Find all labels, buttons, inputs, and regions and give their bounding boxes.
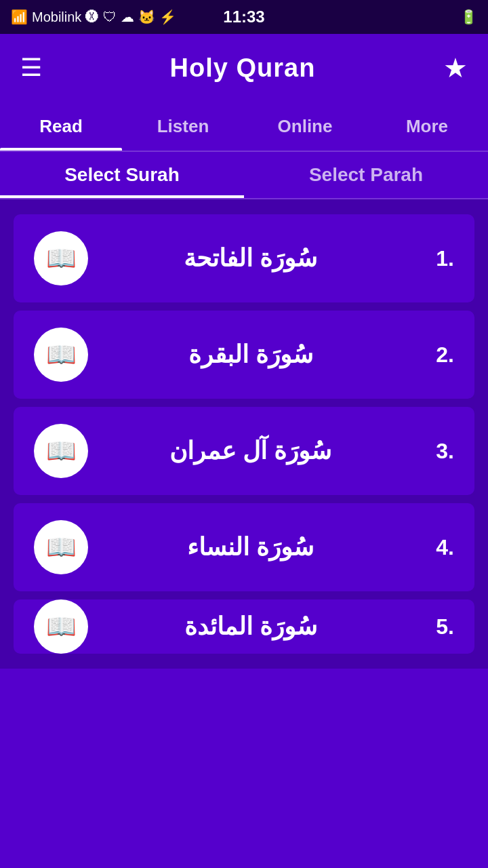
carrier-name: Mobilink	[32, 9, 81, 25]
badge-icon: 🅧	[85, 9, 99, 25]
surah-list: 📖 سُورَة الفاتحة 1. 📖 سُورَة البقرة 2. 📖…	[0, 199, 488, 669]
usb-icon: ⚡	[159, 9, 176, 25]
status-time: 11:33	[223, 7, 264, 26]
menu-icon[interactable]: ☰	[20, 54, 42, 82]
cloud-icon: ☁	[121, 9, 134, 25]
tab-more[interactable]: More	[366, 102, 488, 151]
cat-icon: 🐱	[138, 9, 155, 25]
surah-icon-1: 📖	[34, 231, 88, 285]
app-title: Holy Quran	[170, 54, 316, 83]
book-icon: 📖	[46, 533, 77, 561]
signal-icon: 📶	[11, 9, 28, 25]
surah-number-5: 5.	[413, 614, 454, 639]
book-icon: 📖	[46, 437, 77, 465]
status-right: 🔋	[460, 9, 477, 25]
shield-icon: 🛡	[103, 9, 117, 25]
surah-icon-2: 📖	[34, 328, 88, 382]
surah-icon-5: 📖	[34, 599, 88, 654]
surah-name-4: سُورَة النساء	[88, 533, 413, 561]
book-icon: 📖	[46, 340, 77, 369]
book-icon: 📖	[46, 244, 77, 273]
surah-name-1: سُورَة الفاتحة	[88, 244, 413, 273]
status-bar: 📶 Mobilink 🅧 🛡 ☁ 🐱 ⚡ 11:33 🔋	[0, 0, 488, 34]
app-bar: ☰ Holy Quran ★	[0, 34, 488, 102]
tab-listen[interactable]: Listen	[122, 102, 244, 151]
surah-name-5: سُورَة المائدة	[88, 612, 413, 641]
book-icon: 📖	[46, 612, 77, 641]
tab-select-surah[interactable]: Select Surah	[0, 152, 244, 198]
tab-select-parah[interactable]: Select Parah	[244, 152, 488, 198]
tab-online[interactable]: Online	[244, 102, 366, 151]
surah-name-2: سُورَة البقرة	[88, 340, 413, 369]
battery-icon: 🔋	[460, 9, 477, 25]
surah-number-3: 3.	[413, 439, 454, 464]
surah-item-4[interactable]: 📖 سُورَة النساء 4.	[14, 503, 474, 591]
secondary-tabs: Select Surah Select Parah	[0, 152, 488, 199]
status-left: 📶 Mobilink 🅧 🛡 ☁ 🐱 ⚡	[11, 9, 176, 25]
surah-item-2[interactable]: 📖 سُورَة البقرة 2.	[14, 311, 474, 399]
surah-icon-4: 📖	[34, 520, 88, 574]
surah-name-3: سُورَة آل عمران	[88, 437, 413, 465]
surah-icon-3: 📖	[34, 424, 88, 478]
surah-number-4: 4.	[413, 535, 454, 560]
primary-tabs: Read Listen Online More	[0, 102, 488, 152]
favorites-icon[interactable]: ★	[443, 52, 468, 83]
surah-item-5[interactable]: 📖 سُورَة المائدة 5.	[14, 599, 474, 654]
surah-number-1: 1.	[413, 246, 454, 271]
surah-item-3[interactable]: 📖 سُورَة آل عمران 3.	[14, 407, 474, 495]
tab-read[interactable]: Read	[0, 102, 122, 151]
surah-number-2: 2.	[413, 342, 454, 368]
surah-item-1[interactable]: 📖 سُورَة الفاتحة 1.	[14, 214, 474, 302]
